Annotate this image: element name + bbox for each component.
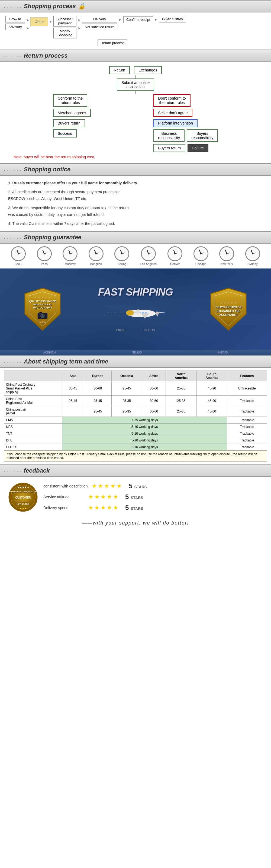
clock-paris: Paris (37, 246, 52, 266)
oceania-1: 25-45 (112, 381, 142, 396)
shopping-process-header: . . . . . . Shopping process 🔒 (0, 0, 271, 12)
feedback-slogan: ——with your support. we will do better! (0, 518, 271, 531)
shopping-guarantee-section: . . . . . . Shopping guarantee Seoul Par… (0, 231, 271, 355)
left-shield-text2: 100% PHYSICAL (33, 303, 52, 306)
label-achinbia: ACHINBIA (43, 351, 56, 354)
method-1: China Post OrdinarySmall Packet Plusship… (4, 381, 62, 396)
clock-center (18, 253, 19, 254)
clock-center-3 (70, 253, 71, 254)
dots-decoration-6: . . . . . . (4, 468, 22, 473)
clock-label-bangkok: Bangkok (90, 262, 102, 266)
left-shield-text3: PHOTOGRAPHY (33, 306, 52, 309)
feat-1: Untraceable (227, 381, 267, 396)
feedback-row-2: Service attitude ★ ★ ★ ★ ★ 5 STARS (43, 493, 263, 501)
feedback-content: ★★★★★ AUTHENTIC GUARANTEE CUSTOMER IS TH… (0, 477, 271, 518)
airline-label: KNCEL NELIUS (116, 329, 155, 332)
return-process-box: Return process (98, 39, 127, 46)
col-method (4, 371, 62, 381)
asia-1: 30-45 (62, 381, 84, 396)
process-flow: Browse Advisory ➤ ➤ Order ➤ Successfulpa… (0, 12, 271, 50)
star-3-2: ★ (94, 504, 100, 511)
table-row: China PostRegistered Air Mail 25-45 25-4… (4, 396, 267, 406)
col-asia: Asia (62, 371, 84, 381)
left-shield-text1: QUALITY ASSURANCE (29, 300, 56, 303)
clock-center-6 (148, 253, 149, 254)
svg-rect-17 (145, 312, 146, 313)
failure-box: Failure (188, 144, 209, 152)
tnt-days: 5-10 working days (62, 430, 227, 437)
clock-face-seoul (11, 246, 26, 261)
ups-days: 5-10 working days (62, 424, 227, 430)
stars-count-3: 5 STARS (125, 504, 147, 512)
return-box: Return (109, 66, 130, 74)
clock-face-newyork (219, 246, 234, 261)
seller-not-agree-box: Seller don't agree (153, 109, 192, 117)
badge-svg: ★★★★★ AUTHENTIC GUARANTEE CUSTOMER IS TH… (8, 482, 38, 512)
feat-3: Trackable (227, 406, 267, 417)
europe-3: 25-45 (84, 406, 112, 417)
star-3-1: ★ (88, 504, 93, 511)
svg-rect-16 (142, 312, 144, 313)
shipping-title: About shipping term and time (24, 358, 108, 365)
clock-label-seoul: Seoul (15, 262, 22, 266)
star-2-4: ★ (107, 493, 112, 500)
dots-decoration: . . . . . . (4, 4, 22, 8)
shopping-notice-header: . . . . . . Shopping notice (0, 163, 271, 176)
shopping-guarantee-header: . . . . . . Shopping guarantee (0, 231, 271, 244)
clock-moscow: Moscow (62, 246, 78, 266)
col-africa: Africa (142, 371, 166, 381)
feat-ups: Trackable (227, 424, 267, 430)
plane-svg (106, 302, 165, 324)
svg-text:★★★★★: ★★★★★ (17, 486, 29, 489)
table-row: EMS 7-25 working days Trackable (4, 417, 267, 424)
feedback-label-2: Service attitude (43, 495, 84, 499)
submit-application-box: Submit an onlineapplication (117, 79, 154, 91)
notice-item-4: 4. The valid Claims time is within 7 day… (8, 220, 263, 227)
star-2-2: ★ (94, 493, 100, 500)
dhl-days: 5-10 working days (62, 437, 227, 444)
col-north-america: NorthAmerica (166, 371, 196, 381)
payment-box: Successfulpayment (53, 16, 76, 27)
clock-face-paris (37, 246, 52, 261)
clock-face-sydney (245, 246, 260, 261)
feedback-row-1: consistent with description ★ ★ ★ ★ ★ 5 … (43, 482, 263, 490)
fast-shipping-text: FAST SHIPPING (98, 286, 173, 298)
clock-face-chicago (193, 246, 209, 261)
clock-sydney: Sydney (245, 246, 260, 266)
camera-icon (37, 311, 48, 320)
clock-label-la: Los Angeles (140, 262, 157, 266)
star-1-2: ★ (98, 483, 103, 490)
clock-newyork: New York (219, 246, 234, 266)
feedback-label-3: Delivery speed (43, 505, 84, 510)
star-3-5: ★ (113, 504, 118, 511)
table-note: If you choose the cheapest shipping by b… (4, 451, 267, 462)
shipping-table-wrapper: Asia Europe Oceania Africa NorthAmerica … (0, 368, 271, 464)
ems-days: 7-25 working days (62, 417, 227, 424)
label-nexus: •NEXUS (217, 351, 228, 354)
exchanges-box: Exchanges (134, 66, 162, 74)
conform-box: Conform to thereturn rules (53, 94, 87, 106)
dots-decoration-2: . . . . . . (4, 54, 22, 58)
clock-label-denver: Denver (170, 262, 180, 266)
shopping-process-title: Shopping process (24, 3, 76, 10)
clock-center-9 (226, 253, 227, 254)
clock-center-10 (252, 253, 253, 254)
table-row: China Post OrdinarySmall Packet Plusship… (4, 381, 267, 396)
right-shield-text: 7 DAYS RETURN OREXCHANGED AREACCEPTABLE (215, 306, 241, 317)
clocks-row: Seoul Paris Moscow Bangkok (0, 244, 271, 269)
feedback-row-3: Delivery speed ★ ★ ★ ★ ★ 5 STARS (43, 504, 263, 512)
feedback-label-1: consistent with description (43, 484, 87, 488)
dots-decoration-4: . . . . . . (4, 235, 22, 240)
dots-decoration-3: . . . . . . (4, 167, 22, 172)
star-2-5: ★ (113, 493, 118, 500)
method-ems: EMS (4, 417, 62, 424)
clock-center-8 (200, 253, 201, 254)
svg-rect-3 (39, 312, 42, 313)
buyers-return-right-box: Buyers return (153, 144, 185, 152)
europe-1: 30-60 (84, 381, 112, 396)
africa-1: 30-60 (142, 381, 166, 396)
table-row: China post airparcel 25-45 25-35 30-60 2… (4, 406, 267, 417)
svg-point-7 (43, 315, 43, 316)
table-row: UPS 5-10 working days Trackable (4, 424, 267, 430)
platform-box: Platform intervention (153, 119, 197, 127)
